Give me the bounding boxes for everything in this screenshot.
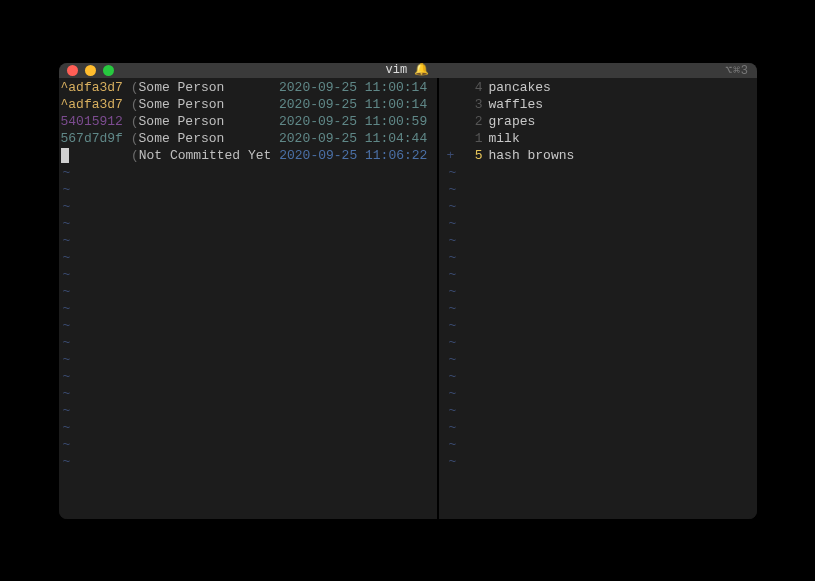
title-text: vim bbox=[386, 63, 408, 77]
buffer-line[interactable]: 1milk bbox=[447, 130, 755, 147]
blame-row[interactable]: 567d7d9f (Some Person 2020-09-25 11:04:4… bbox=[61, 130, 435, 147]
empty-line-tilde: ~ bbox=[61, 402, 435, 419]
line-number: 3 bbox=[457, 96, 489, 113]
blame-row[interactable]: 54015912 (Some Person 2020-09-25 11:00:5… bbox=[61, 113, 435, 130]
buffer-rows: 4pancakes 3waffles 2grapes 1milk+5hash b… bbox=[445, 78, 757, 470]
line-text: grapes bbox=[489, 114, 536, 129]
line-number: 1 bbox=[457, 130, 489, 147]
empty-line-tilde: ~ bbox=[447, 249, 755, 266]
empty-line-tilde: ~ bbox=[61, 317, 435, 334]
empty-line-tilde: ~ bbox=[447, 232, 755, 249]
commit-date: 2020-09-25 11:00:59 bbox=[279, 114, 427, 129]
paren: ( bbox=[131, 80, 139, 95]
diff-plus-icon bbox=[447, 113, 457, 130]
author-name: Not Committed Yet bbox=[139, 148, 272, 163]
cursor bbox=[61, 148, 69, 163]
empty-line-tilde: ~ bbox=[61, 419, 435, 436]
empty-line-tilde: ~ bbox=[447, 419, 755, 436]
empty-line-tilde: ~ bbox=[447, 266, 755, 283]
diff-plus-icon bbox=[447, 130, 457, 147]
line-text: hash browns bbox=[489, 148, 575, 163]
titlebar: vim 🔔 ⌥⌘3 bbox=[59, 63, 757, 78]
empty-line-tilde: ~ bbox=[447, 283, 755, 300]
empty-line-tilde: ~ bbox=[447, 368, 755, 385]
empty-line-tilde: ~ bbox=[61, 181, 435, 198]
empty-line-tilde: ~ bbox=[61, 198, 435, 215]
commit-hash[interactable]: 54015912 bbox=[61, 114, 123, 129]
empty-line-tilde: ~ bbox=[61, 266, 435, 283]
line-number: 2 bbox=[457, 113, 489, 130]
commit-tz: -0500 bbox=[435, 97, 438, 112]
author-name: Some Person bbox=[139, 97, 272, 112]
empty-line-tilde: ~ bbox=[447, 436, 755, 453]
status-bar-right: breakfast.txt 100% 5:1 bbox=[445, 470, 757, 519]
empty-line-tilde: ~ bbox=[61, 249, 435, 266]
terminal-window: vim 🔔 ⌥⌘3 ^adfa3d7 (Some Person 2020-09-… bbox=[59, 63, 757, 519]
blame-pane[interactable]: ^adfa3d7 (Some Person 2020-09-25 11:00:1… bbox=[59, 78, 439, 519]
editor-content[interactable]: ^adfa3d7 (Some Person 2020-09-25 11:00:1… bbox=[59, 78, 757, 519]
empty-line-tilde: ~ bbox=[447, 453, 755, 470]
diff-plus-icon bbox=[447, 96, 457, 113]
blame-rows: ^adfa3d7 (Some Person 2020-09-25 11:00:1… bbox=[59, 78, 437, 470]
titlebar-shortcut: ⌥⌘3 bbox=[725, 63, 748, 78]
commit-tz: -0500 bbox=[435, 114, 438, 129]
buffer-line[interactable]: +5hash browns bbox=[447, 147, 755, 164]
bell-icon: 🔔 bbox=[414, 63, 429, 77]
line-number: 5 bbox=[457, 147, 489, 164]
empty-line-tilde: ~ bbox=[61, 283, 435, 300]
empty-line-tilde: ~ bbox=[61, 334, 435, 351]
blame-row[interactable]: ^adfa3d7 (Some Person 2020-09-25 11:00:1… bbox=[61, 96, 435, 113]
empty-line-tilde: ~ bbox=[447, 385, 755, 402]
line-text: waffles bbox=[489, 97, 544, 112]
blame-row[interactable]: ^adfa3d7 (Some Person 2020-09-25 11:00:1… bbox=[61, 79, 435, 96]
buffer-line[interactable]: 2grapes bbox=[447, 113, 755, 130]
commit-tz: -0500 bbox=[435, 80, 438, 95]
empty-line-tilde: ~ bbox=[61, 453, 435, 470]
paren: ( bbox=[131, 148, 139, 163]
line-text: pancakes bbox=[489, 80, 551, 95]
diff-plus-icon: + bbox=[447, 147, 457, 164]
empty-line-tilde: ~ bbox=[61, 436, 435, 453]
empty-line-tilde: ~ bbox=[447, 164, 755, 181]
traffic-lights bbox=[67, 65, 114, 76]
commit-date: 2020-09-25 11:00:14 bbox=[279, 80, 427, 95]
author-name: Some Person bbox=[139, 80, 272, 95]
empty-line-tilde: ~ bbox=[61, 215, 435, 232]
paren: ( bbox=[131, 97, 139, 112]
empty-line-tilde: ~ bbox=[61, 164, 435, 181]
line-text: milk bbox=[489, 131, 520, 146]
empty-line-tilde: ~ bbox=[61, 232, 435, 249]
empty-line-tilde: ~ bbox=[447, 215, 755, 232]
commit-tz: -0500 bbox=[435, 131, 438, 146]
commit-hash[interactable]: 567d7d9f bbox=[61, 131, 123, 146]
empty-line-tilde: ~ bbox=[61, 368, 435, 385]
paren: ( bbox=[131, 114, 139, 129]
minimize-icon[interactable] bbox=[85, 65, 96, 76]
maximize-icon[interactable] bbox=[103, 65, 114, 76]
buffer-line[interactable]: 3waffles bbox=[447, 96, 755, 113]
empty-line-tilde: ~ bbox=[61, 385, 435, 402]
commit-hash[interactable]: ^adfa3d7 bbox=[61, 97, 123, 112]
empty-line-tilde: ~ bbox=[447, 402, 755, 419]
status-bar-left: <lame | - unix | utf-8 | fugitiveblame 1… bbox=[59, 470, 437, 519]
empty-line-tilde: ~ bbox=[447, 198, 755, 215]
empty-line-tilde: ~ bbox=[447, 317, 755, 334]
commit-date: 2020-09-25 11:06:22 bbox=[279, 148, 427, 163]
empty-line-tilde: ~ bbox=[447, 181, 755, 198]
empty-line-tilde: ~ bbox=[447, 351, 755, 368]
empty-line-tilde: ~ bbox=[447, 300, 755, 317]
commit-date: 2020-09-25 11:04:44 bbox=[279, 131, 427, 146]
empty-line-tilde: ~ bbox=[61, 300, 435, 317]
commit-tz: -0500 bbox=[435, 148, 438, 163]
author-name: Some Person bbox=[139, 114, 272, 129]
close-icon[interactable] bbox=[67, 65, 78, 76]
paren: ( bbox=[131, 131, 139, 146]
author-name: Some Person bbox=[139, 131, 272, 146]
empty-line-tilde: ~ bbox=[447, 334, 755, 351]
buffer-line[interactable]: 4pancakes bbox=[447, 79, 755, 96]
commit-date: 2020-09-25 11:00:14 bbox=[279, 97, 427, 112]
blame-row[interactable]: (Not Committed Yet 2020-09-25 11:06:22 -… bbox=[61, 147, 435, 164]
file-pane[interactable]: 4pancakes 3waffles 2grapes 1milk+5hash b… bbox=[445, 78, 757, 519]
commit-hash[interactable]: ^adfa3d7 bbox=[61, 80, 123, 95]
empty-line-tilde: ~ bbox=[61, 351, 435, 368]
